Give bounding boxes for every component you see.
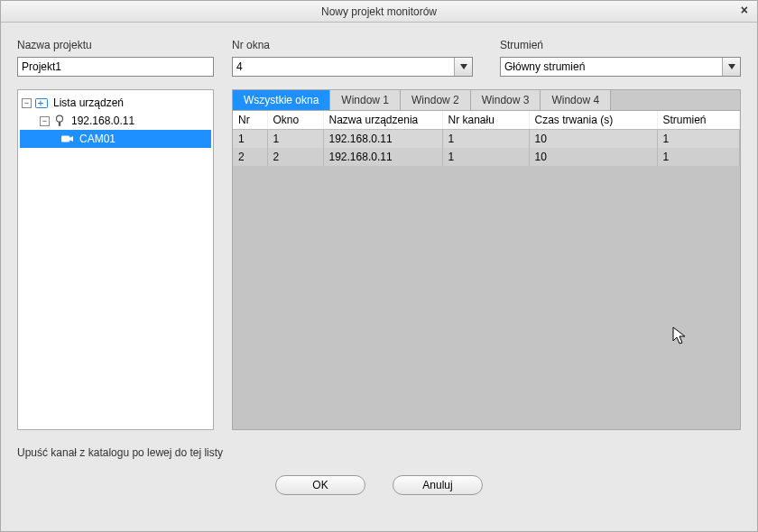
- svg-point-3: [57, 115, 63, 122]
- dialog-window: Nowy projekt monitorów × Nazwa projektu …: [0, 0, 758, 532]
- window-no-select[interactable]: 4: [232, 57, 473, 77]
- chevron-down-icon: [722, 58, 740, 76]
- cell-czas: 10: [529, 148, 657, 166]
- channel-table: Nr Okno Nazwa urządzenia Nr kanału Czas …: [233, 111, 740, 166]
- close-icon[interactable]: ×: [737, 3, 752, 17]
- tab-window-3[interactable]: Window 3: [471, 90, 541, 110]
- stream-field: Strumień Główny strumień: [500, 39, 741, 77]
- cancel-button[interactable]: Anuluj: [393, 475, 483, 495]
- table-row[interactable]: 1 1 192.168.0.11 1 10 1: [233, 130, 740, 149]
- tree-root-label: Lista urządzeń: [51, 94, 126, 112]
- project-name-input[interactable]: [17, 57, 214, 77]
- tree-channel[interactable]: CAM01: [20, 130, 211, 148]
- tab-window-4[interactable]: Window 4: [541, 90, 611, 110]
- drop-hint: Upuść kanał z katalogu po lewej do tej l…: [17, 446, 741, 459]
- window-no-value: 4: [236, 60, 243, 73]
- dialog-content: Nazwa projektu − Lista urządzeń −: [1, 23, 757, 531]
- right-column: Nr okna 4 Strumień Główny strumień: [232, 39, 741, 430]
- tab-window-1[interactable]: Window 1: [330, 90, 401, 110]
- col-nazwa[interactable]: Nazwa urządzenia: [323, 111, 442, 130]
- cell-nazwa: 192.168.0.11: [323, 130, 442, 149]
- expand-icon[interactable]: −: [22, 98, 32, 108]
- cell-strum: 1: [657, 130, 740, 149]
- stream-label: Strumień: [500, 39, 741, 51]
- tree-device-label: 192.168.0.11: [69, 112, 137, 130]
- table-row[interactable]: 2 2 192.168.0.11 1 10 1: [233, 148, 740, 166]
- chevron-down-icon: [454, 58, 472, 76]
- cell-kanal: 1: [442, 130, 529, 149]
- col-czas[interactable]: Czas trwania (s): [529, 111, 657, 130]
- stream-value: Główny strumień: [504, 60, 585, 73]
- left-column: Nazwa projektu − Lista urządzeń −: [17, 39, 214, 430]
- dialog-footer: OK Anuluj: [17, 459, 741, 509]
- top-fields-row: Nr okna 4 Strumień Główny strumień: [232, 39, 741, 77]
- cell-nr: 2: [233, 148, 267, 166]
- cell-nazwa: 192.168.0.11: [323, 148, 442, 166]
- tree-root[interactable]: − Lista urządzeń: [20, 94, 211, 112]
- ok-button[interactable]: OK: [275, 475, 365, 495]
- svg-marker-6: [69, 136, 73, 142]
- cell-kanal: 1: [442, 148, 529, 166]
- title-bar: Nowy projekt monitorów ×: [1, 1, 757, 23]
- camera-icon: [61, 134, 74, 143]
- window-title: Nowy projekt monitorów: [321, 5, 437, 18]
- tree-channel-label: CAM01: [77, 130, 118, 148]
- window-no-label: Nr okna: [232, 39, 473, 51]
- table-header-row: Nr Okno Nazwa urządzenia Nr kanału Czas …: [233, 111, 740, 130]
- stream-select[interactable]: Główny strumień: [500, 57, 741, 77]
- svg-marker-7: [460, 64, 467, 69]
- tab-bar: Wszystkie okna Window 1 Window 2 Window …: [232, 89, 741, 110]
- cell-czas: 10: [529, 130, 657, 149]
- cell-okno: 2: [267, 148, 323, 166]
- col-okno[interactable]: Okno: [267, 111, 323, 130]
- col-kanal[interactable]: Nr kanału: [442, 111, 529, 130]
- upper-area: Nazwa projektu − Lista urządzeń −: [17, 39, 741, 430]
- cell-nr: 1: [233, 130, 267, 149]
- tab-window-2[interactable]: Window 2: [401, 90, 471, 110]
- channel-grid[interactable]: Nr Okno Nazwa urządzenia Nr kanału Czas …: [232, 110, 741, 430]
- project-name-label: Nazwa projektu: [17, 39, 214, 51]
- device-icon: [53, 115, 66, 127]
- svg-marker-8: [728, 64, 735, 69]
- col-nr[interactable]: Nr: [233, 111, 267, 130]
- tab-all-windows[interactable]: Wszystkie okna: [233, 90, 330, 110]
- cell-okno: 1: [267, 130, 323, 149]
- expand-icon[interactable]: −: [40, 116, 50, 126]
- col-strumien[interactable]: Strumień: [657, 111, 740, 130]
- tree-device[interactable]: − 192.168.0.11: [20, 112, 211, 130]
- device-tree[interactable]: − Lista urządzeń − 192.168.0.11: [17, 89, 214, 430]
- cell-strum: 1: [657, 148, 740, 166]
- folder-plus-icon: [35, 97, 48, 108]
- svg-rect-5: [61, 136, 69, 142]
- svg-rect-4: [59, 122, 60, 126]
- window-no-field: Nr okna 4: [232, 39, 473, 77]
